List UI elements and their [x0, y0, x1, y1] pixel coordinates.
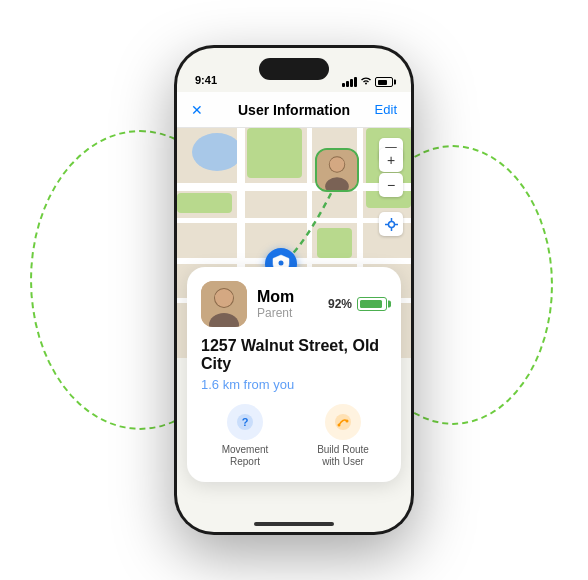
phone-screen: 9:41 ✕ User In: [177, 48, 411, 532]
movement-report-icon: ?: [227, 404, 263, 440]
build-route-button[interactable]: Build Routewith User: [299, 404, 387, 468]
zoom-out-button[interactable]: −: [379, 173, 403, 197]
avatar: [201, 281, 247, 327]
user-info-card: Mom Parent 92% 1257 Walnut Street, Old C…: [187, 267, 401, 482]
card-header: Mom Parent 92%: [201, 281, 387, 327]
battery-percentage: 92%: [328, 297, 352, 311]
card-actions: ? MovementReport Buil: [201, 404, 387, 468]
user-distance: 1.6 km from you: [201, 377, 387, 392]
build-route-icon: [325, 404, 361, 440]
svg-point-3: [388, 221, 394, 227]
movement-report-label: MovementReport: [222, 444, 269, 468]
status-icons: [342, 76, 393, 88]
movement-report-button[interactable]: ? MovementReport: [201, 404, 289, 468]
user-address: 1257 Walnut Street, Old City: [201, 337, 387, 373]
user-role: Parent: [257, 306, 328, 320]
battery-fill: [360, 300, 382, 308]
page-title: User Information: [238, 102, 350, 118]
edit-button[interactable]: Edit: [375, 102, 397, 117]
location-button[interactable]: [379, 212, 403, 236]
user-map-marker: [315, 148, 359, 192]
svg-point-8: [279, 261, 284, 266]
build-route-label: Build Routewith User: [317, 444, 369, 468]
signal-icon: [342, 77, 357, 87]
svg-text:?: ?: [242, 416, 249, 428]
close-button[interactable]: ✕: [191, 102, 203, 118]
user-name: Mom: [257, 288, 328, 306]
wifi-icon: [360, 76, 372, 88]
user-details: Mom Parent: [257, 288, 328, 320]
dynamic-island: [259, 58, 329, 80]
home-indicator: [254, 522, 334, 526]
svg-point-21: [346, 420, 349, 423]
svg-point-20: [338, 424, 341, 427]
battery-status: 92%: [328, 297, 387, 311]
svg-point-19: [335, 414, 351, 430]
phone-shell: 9:41 ✕ User In: [174, 45, 414, 535]
status-time: 9:41: [195, 74, 217, 88]
battery-icon: [375, 77, 393, 87]
battery-icon-card: [357, 297, 387, 311]
nav-bar: ✕ User Information Edit: [177, 92, 411, 128]
map-zoom-controls: + −: [379, 148, 403, 197]
zoom-in-button[interactable]: +: [379, 148, 403, 172]
